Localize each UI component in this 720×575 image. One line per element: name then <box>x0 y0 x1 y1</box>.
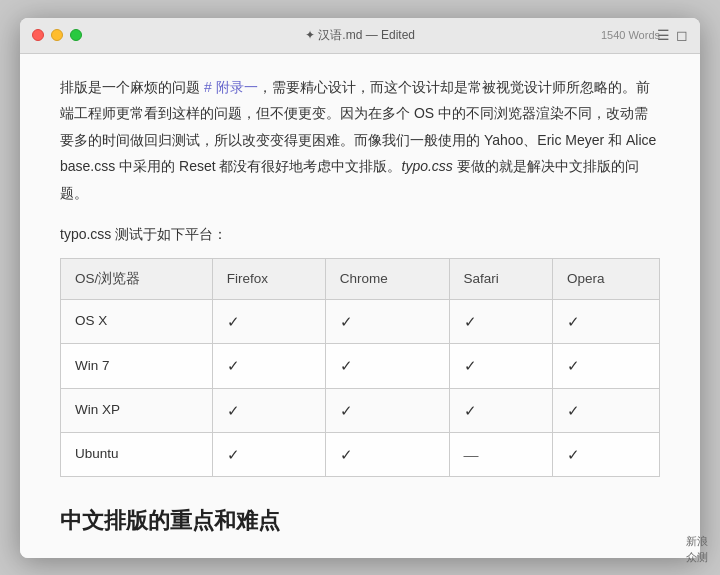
chrome-cell: ✓ <box>325 344 449 388</box>
checkmark-icon: ✓ <box>567 313 580 330</box>
checkmark-icon: ✓ <box>227 357 240 374</box>
checkmark-icon: ✓ <box>227 446 240 463</box>
os-cell: OS X <box>61 299 213 343</box>
firefox-cell: ✓ <box>212 344 325 388</box>
word-count: 1540 Words <box>601 29 660 41</box>
checkmark-icon: ✓ <box>340 446 353 463</box>
content-area: 排版是一个麻烦的问题 # 附录一，需要精心设计，而这个设计却是常被视觉设计师所忽… <box>20 54 700 558</box>
table-row: Win XP ✓ ✓ ✓ ✓ <box>61 388 660 432</box>
checkmark-icon: ✓ <box>340 313 353 330</box>
watermark: 新浪 众测 <box>686 534 708 565</box>
safari-cell: ✓ <box>449 299 552 343</box>
col-chrome: Chrome <box>325 258 449 299</box>
safari-cell: ✓ <box>449 344 552 388</box>
col-firefox: Firefox <box>212 258 325 299</box>
checkmark-icon: ✓ <box>464 357 477 374</box>
chrome-cell: ✓ <box>325 432 449 476</box>
app-window: ✦ 汉语.md — Edited 1540 Words ☰ ◻ 排版是一个麻烦的… <box>20 18 700 558</box>
section-heading: 中文排版的重点和难点 <box>60 501 660 541</box>
browser-compatibility-table: OS/浏览器 Firefox Chrome Safari Opera OS X … <box>60 258 660 477</box>
checkmark-icon: ✓ <box>340 357 353 374</box>
safari-cell: — <box>449 432 552 476</box>
os-cell: Win 7 <box>61 344 213 388</box>
opera-cell: ✓ <box>552 344 659 388</box>
intro-paragraph: 排版是一个麻烦的问题 # 附录一，需要精心设计，而这个设计却是常被视觉设计师所忽… <box>60 74 660 207</box>
section-body: 在中文排版中，HTML4 的很多标准在语义在都有照顾到。但从视觉效果上，却很难利… <box>60 555 660 558</box>
col-safari: Safari <box>449 258 552 299</box>
titlebar: ✦ 汉语.md — Edited 1540 Words ☰ ◻ <box>20 18 700 54</box>
window-title: ✦ 汉语.md — Edited <box>305 27 415 44</box>
firefox-cell: ✓ <box>212 388 325 432</box>
firefox-cell: ✓ <box>212 432 325 476</box>
minimize-button[interactable] <box>51 29 63 41</box>
chrome-cell: ✓ <box>325 299 449 343</box>
safari-cell: ✓ <box>449 388 552 432</box>
checkmark-icon: ✓ <box>227 402 240 419</box>
platform-label: typo.css 测试于如下平台： <box>60 222 660 247</box>
table-row: Win 7 ✓ ✓ ✓ ✓ <box>61 344 660 388</box>
traffic-lights <box>32 29 82 41</box>
col-os: OS/浏览器 <box>61 258 213 299</box>
checkmark-icon: ✓ <box>227 313 240 330</box>
watermark-line1: 新浪 <box>686 534 708 549</box>
checkmark-icon: ✓ <box>464 313 477 330</box>
opera-cell: ✓ <box>552 432 659 476</box>
os-cell: Ubuntu <box>61 432 213 476</box>
checkmark-icon: ✓ <box>567 357 580 374</box>
os-cell: Win XP <box>61 388 213 432</box>
checkmark-icon: ✓ <box>340 402 353 419</box>
col-opera: Opera <box>552 258 659 299</box>
maximize-button[interactable] <box>70 29 82 41</box>
watermark-line2: 众测 <box>686 550 708 565</box>
opera-cell: ✓ <box>552 299 659 343</box>
close-button[interactable] <box>32 29 44 41</box>
checkmark-icon: ✓ <box>464 402 477 419</box>
checkmark-icon: ✓ <box>567 446 580 463</box>
list-icon[interactable]: ☰ <box>657 27 670 43</box>
table-row: Ubuntu ✓ ✓ — ✓ <box>61 432 660 476</box>
firefox-cell: ✓ <box>212 299 325 343</box>
table-row: OS X ✓ ✓ ✓ ✓ <box>61 299 660 343</box>
chrome-cell: ✓ <box>325 388 449 432</box>
checkmark-icon: ✓ <box>567 402 580 419</box>
opera-cell: ✓ <box>552 388 659 432</box>
window-icon[interactable]: ◻ <box>676 27 688 43</box>
appendix-link[interactable]: # 附录一 <box>204 79 258 95</box>
dash-icon: — <box>464 446 479 463</box>
toolbar-icons: ☰ ◻ <box>657 27 688 43</box>
